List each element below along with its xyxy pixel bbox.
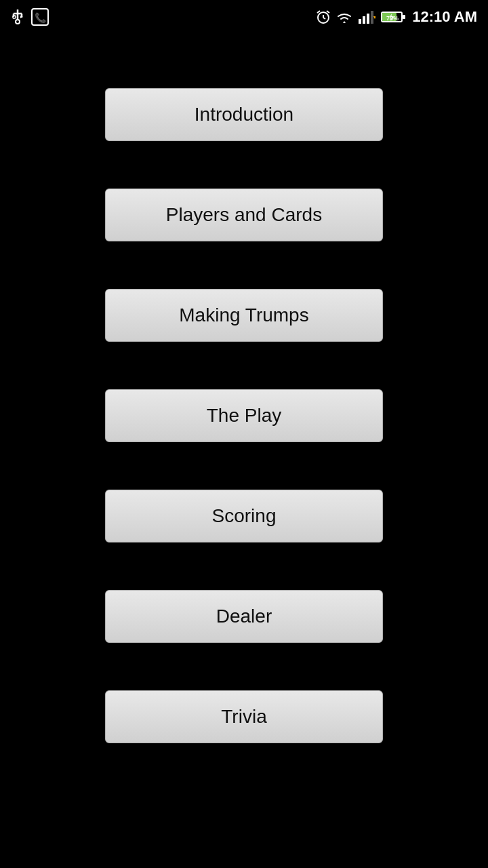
menu-button-label-players-and-cards: Players and Cards [166, 204, 322, 226]
menu-button-label-scoring: Scoring [212, 505, 277, 527]
wifi-icon [336, 10, 352, 24]
alarm-icon [316, 9, 331, 24]
status-bar-right: 70% 12:10 AM [316, 8, 477, 26]
status-time: 12:10 AM [412, 8, 477, 26]
menu-button-label-the-play: The Play [207, 405, 282, 427]
svg-line-13 [327, 11, 329, 13]
signal-icon [358, 9, 375, 24]
svg-rect-15 [363, 16, 365, 24]
menu-button-the-play[interactable]: The Play [105, 389, 383, 442]
battery-icon: 70% [381, 10, 407, 24]
menu-button-introduction[interactable]: Introduction [105, 88, 383, 141]
svg-point-4 [16, 20, 20, 24]
status-bar: 📞 70% [0, 0, 488, 34]
menu-button-dealer[interactable]: Dealer [105, 590, 383, 643]
svg-text:📞: 📞 [35, 12, 47, 24]
status-bar-left: 📞 [11, 8, 49, 26]
menu-button-label-trivia: Trivia [221, 706, 266, 728]
menu-button-label-dealer: Dealer [216, 606, 272, 627]
main-menu: IntroductionPlayers and CardsMaking Trum… [0, 34, 488, 770]
menu-button-players-and-cards[interactable]: Players and Cards [105, 189, 383, 241]
menu-button-scoring[interactable]: Scoring [105, 490, 383, 542]
svg-rect-17 [371, 11, 373, 24]
svg-line-11 [323, 18, 325, 19]
svg-rect-16 [367, 14, 369, 24]
menu-button-making-trumps[interactable]: Making Trumps [105, 289, 383, 342]
menu-button-label-making-trumps: Making Trumps [179, 304, 308, 326]
svg-marker-18 [373, 16, 375, 19]
menu-button-label-introduction: Introduction [195, 104, 293, 125]
menu-button-trivia[interactable]: Trivia [105, 690, 383, 743]
usb-icon [11, 8, 24, 26]
svg-text:70%: 70% [386, 15, 399, 22]
svg-rect-21 [403, 15, 405, 19]
phone-icon: 📞 [31, 8, 49, 26]
svg-rect-14 [359, 19, 361, 24]
svg-line-12 [317, 11, 320, 13]
